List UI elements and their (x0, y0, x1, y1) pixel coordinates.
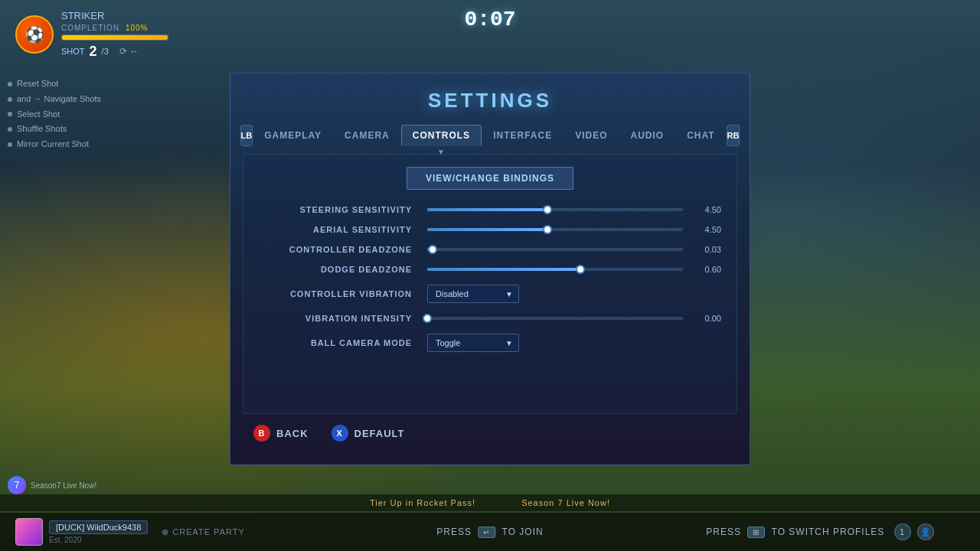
hint-item: and → Navigate Shots (8, 92, 101, 107)
steering-sensitivity-row: STEERING SENSITIVITY 4.50 (259, 205, 721, 214)
player-name: STRIKER (61, 10, 168, 21)
tab-audio[interactable]: AUDIO (619, 125, 675, 146)
steering-sensitivity-value: 4.50 (691, 205, 721, 214)
dodge-deadzone-value: 0.60 (691, 265, 721, 274)
ball-camera-mode-control[interactable]: Toggle Hold ▼ (427, 334, 721, 352)
hud-top: ⚽ STRIKER COMPLETION 100% SHOT 2 /3 ⟳ ↔ … (0, 0, 980, 69)
hint-dot (8, 82, 12, 86)
left-hints-panel: Reset Shot and → Navigate Shots Select S… (8, 77, 101, 152)
profile-icon: 👤 (917, 523, 934, 540)
aerial-sensitivity-row: AERIAL SENSITIVITY 4.50 (259, 225, 721, 234)
hint-dot (8, 142, 12, 147)
news-ticker: Tier Up in Rocket Pass! Season 7 Live No… (0, 494, 980, 511)
slider-track[interactable] (427, 268, 683, 271)
controller-deadzone-value: 0.03 (691, 245, 721, 254)
dodge-deadzone-row: DODGE DEADZONE 0.60 (259, 265, 721, 274)
tab-chat[interactable]: CHAT (675, 125, 726, 146)
player-name-tag: [DUCK] WildDuck9438 (49, 520, 148, 534)
tab-camera[interactable]: CAMERA (333, 125, 401, 146)
back-button[interactable]: B BACK (253, 425, 309, 442)
switch-profiles-prompt: PRESS ⊞ TO SWITCH PROFILES 1 👤 (706, 523, 934, 541)
controller-vibration-control[interactable]: Disabled Enabled ▼ (427, 285, 721, 303)
default-btn-icon: X (332, 425, 348, 442)
rb-button[interactable]: RB (727, 125, 740, 146)
ball-camera-mode-select[interactable]: Toggle Hold (427, 334, 519, 352)
profile-count-badge: 1 (894, 523, 911, 540)
controller-deadzone-label: CONTROLLER DEADZONE (259, 245, 412, 254)
vibration-intensity-row: VIBRATION INTENSITY 0.00 (259, 314, 721, 323)
dodge-deadzone-slider[interactable]: 0.60 (427, 265, 721, 274)
controller-vibration-select[interactable]: Disabled Enabled (427, 285, 519, 303)
tab-interface[interactable]: INTERFACE (482, 125, 564, 146)
bottom-center-prompt: PRESS ↵ TO JOIN (436, 527, 543, 537)
hint-item: Mirror Current Shot (8, 137, 101, 152)
tab-controls[interactable]: CONTROLS (401, 125, 482, 146)
party-section: [DUCK] WildDuck9438 Est. 2020 ⊕ CREATE P… (15, 518, 245, 546)
switch-btn-icon: ⊞ (747, 527, 765, 538)
ticker-right: Season 7 Live Now! (521, 498, 610, 507)
vibration-intensity-slider[interactable]: 0.00 (427, 314, 721, 323)
controller-vibration-dropdown[interactable]: Disabled Enabled ▼ (427, 285, 519, 303)
tab-gameplay[interactable]: GAMEPLAY (253, 125, 333, 146)
hint-item: Shuffle Shots (8, 122, 101, 137)
controller-deadzone-row: CONTROLLER DEADZONE 0.03 (259, 245, 721, 254)
season-icon: 7 (8, 476, 26, 494)
tabs-row: LB GAMEPLAY CAMERA CONTROLS INTERFACE VI… (230, 125, 750, 146)
hint-dot (8, 97, 12, 102)
shot-info: SHOT 2 /3 ⟳ ↔ (61, 44, 168, 60)
back-btn-icon: B (253, 425, 270, 442)
slider-track[interactable] (427, 317, 683, 320)
party-avatar (15, 518, 43, 546)
ball-camera-mode-label: BALL CAMERA MODE (259, 338, 412, 347)
hint-item: Select Shot (8, 107, 101, 122)
slider-track[interactable] (427, 228, 683, 231)
aerial-sensitivity-value: 4.50 (691, 225, 721, 234)
dodge-deadzone-label: DODGE DEADZONE (259, 265, 412, 274)
create-party-label[interactable]: ⊕ CREATE PARTY (162, 527, 245, 537)
completion-label: COMPLETION 100% (61, 24, 168, 32)
back-label: BACK (276, 428, 309, 439)
controller-vibration-label: CONTROLLER VIBRATION (259, 289, 412, 298)
settings-content: VIEW/CHANGE BINDINGS STEERING SENSITIVIT… (243, 154, 737, 414)
default-label: DEFAULT (354, 428, 405, 439)
aerial-sensitivity-label: AERIAL SENSITIVITY (259, 225, 412, 234)
aerial-sensitivity-slider[interactable]: 4.50 (427, 225, 721, 234)
player-sub: Est. 2020 (49, 536, 148, 544)
player-icon: ⚽ (15, 15, 54, 54)
steering-sensitivity-label: STEERING SENSITIVITY (259, 205, 412, 214)
hint-dot (8, 112, 12, 116)
ball-camera-mode-row: BALL CAMERA MODE Toggle Hold ▼ (259, 334, 721, 352)
settings-modal: SETTINGS LB GAMEPLAY CAMERA CONTROLS INT… (230, 73, 750, 465)
hint-dot (8, 127, 12, 132)
lb-button[interactable]: LB (240, 125, 253, 146)
join-btn-icon: ↵ (478, 527, 495, 538)
ticker-left: Tier Up in Rocket Pass! (370, 498, 475, 507)
slider-track[interactable] (427, 248, 683, 251)
vibration-intensity-value: 0.00 (691, 314, 721, 323)
bottom-bar: [DUCK] WildDuck9438 Est. 2020 ⊕ CREATE P… (0, 513, 980, 551)
game-timer: 0:07 (464, 8, 515, 31)
slider-track[interactable] (427, 208, 683, 211)
completion-bar (61, 34, 168, 41)
ball-camera-mode-dropdown[interactable]: Toggle Hold ▼ (427, 334, 519, 352)
season-info: 7 Season7 Live Now! (8, 476, 96, 494)
controller-vibration-row: CONTROLLER VIBRATION Disabled Enabled ▼ (259, 285, 721, 303)
tab-video[interactable]: VIDEO (564, 125, 619, 146)
settings-title: SETTINGS (230, 89, 750, 112)
steering-sensitivity-slider[interactable]: 4.50 (427, 205, 721, 214)
default-button[interactable]: X DEFAULT (332, 425, 405, 442)
hint-item: Reset Shot (8, 77, 101, 92)
settings-footer: B BACK X DEFAULT (230, 414, 750, 442)
view-change-bindings-button[interactable]: VIEW/CHANGE BINDINGS (407, 167, 573, 190)
hud-player-info: ⚽ STRIKER COMPLETION 100% SHOT 2 /3 ⟳ ↔ (15, 10, 168, 60)
controller-deadzone-slider[interactable]: 0.03 (427, 245, 721, 254)
vibration-intensity-label: VIBRATION INTENSITY (259, 314, 412, 323)
